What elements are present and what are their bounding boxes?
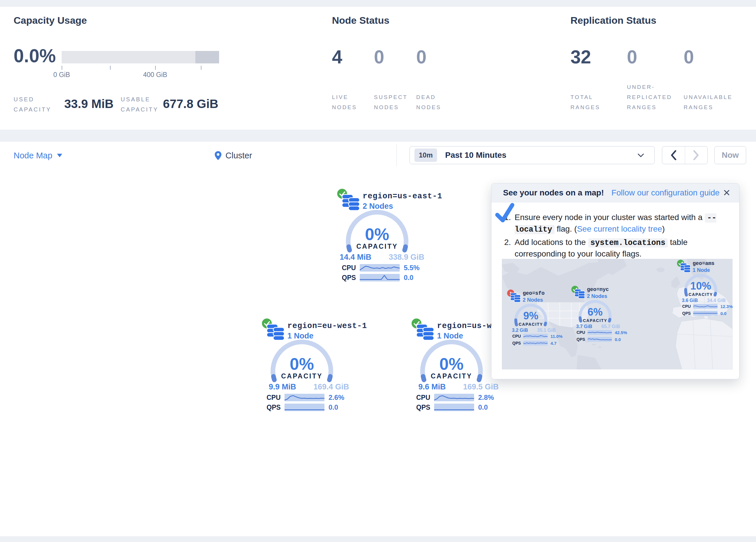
qps-value: 0.0 [720, 311, 726, 316]
replication-stat-value: 0 [684, 48, 694, 66]
node-stat-value: 0 [416, 48, 427, 66]
chevron-left-icon [671, 150, 676, 160]
region-node-us-west-1[interactable]: region=us-west-11 Node0%CAPACITY9.6 MiB1… [405, 313, 501, 414]
capacity-percent: 10% [672, 280, 730, 292]
capacity-used-value: 3.7 GiB [568, 324, 592, 329]
breadcrumb[interactable]: Cluster [215, 141, 252, 169]
chevron-down-icon [57, 154, 62, 157]
axis-tick [155, 66, 156, 70]
sparkline-chart [588, 337, 612, 342]
node-status-title: Node Status [332, 15, 389, 26]
map-toolbar: Node Map Cluster 10m Past 10 Minutes [0, 141, 756, 170]
capacity-used-value: 3.6 GiB [673, 298, 698, 303]
qps-label: QPS [267, 404, 285, 412]
capacity-gauge-label: CAPACITY [331, 242, 423, 250]
cpu-value: 12.3% [720, 304, 733, 309]
capacity-total-value: 169.5 GiB [463, 383, 504, 392]
capacity-percent: 6% [566, 306, 624, 318]
cpu-label: CPU [416, 394, 434, 402]
capacity-gauge-label: CAPACITY [256, 372, 348, 380]
popup-title: See your nodes on a map! [503, 188, 604, 197]
configuration-guide-link[interactable]: Follow our configuration guide [612, 188, 720, 197]
time-step-forward-button[interactable] [685, 146, 708, 164]
region-node-eu-west-1[interactable]: region=eu-west-11 Node0%CAPACITY9.9 MiB1… [256, 313, 351, 414]
qps-metric-row: QPS4.7 [512, 341, 573, 346]
sparkline-chart [285, 394, 324, 401]
step-number: 2. [504, 237, 515, 259]
breadcrumb-label: Cluster [225, 151, 252, 160]
now-button[interactable]: Now [714, 146, 746, 164]
view-selector-label: Node Map [14, 151, 52, 160]
axis-tick [110, 66, 111, 70]
geo-locality-label: geo=sfo [523, 291, 545, 296]
step-text-fragment: ) [662, 224, 665, 233]
locality-tree-link[interactable]: See current locality tree [577, 224, 662, 233]
sparkline-chart [434, 394, 474, 401]
region-node-us-east-1[interactable]: region=us-east-12 Nodes0%CAPACITY14.4 Mi… [331, 183, 426, 285]
geo-pod-ams: geo=ams1 Node10%CAPACITY3.6 GiB34.4 GiBC… [672, 255, 740, 319]
node-stat-value: 0 [374, 48, 384, 66]
cpu-sparkline [285, 394, 324, 401]
time-step-buttons [662, 146, 708, 164]
setup-step-1: 1.Ensure every node in your cluster was … [504, 212, 729, 235]
step-text-fragment: flag. ( [555, 224, 577, 233]
time-step-back-button[interactable] [662, 146, 685, 164]
qps-sparkline [693, 311, 718, 316]
capacity-bar [62, 51, 219, 63]
step-text: Ensure every node in your cluster was st… [515, 212, 729, 235]
cpu-value: 42.5% [615, 330, 627, 335]
cpu-sparkline [588, 330, 612, 335]
cpu-label: CPU [512, 334, 523, 339]
geo-pod-sfo: 1geo=sfo2 Nodes9%CAPACITY3.2 GiB35.1 GiB… [502, 286, 574, 349]
chevron-down-icon [638, 153, 644, 157]
replication-stat-value: 0 [627, 48, 637, 66]
popup-instructions: 1.Ensure every node in your cluster was … [504, 212, 729, 261]
sparkline-chart [588, 330, 612, 335]
axis-tick [62, 66, 62, 70]
node-map-setup-popup: See your nodes on a map! Follow our conf… [491, 183, 740, 379]
cpu-sparkline [693, 304, 718, 309]
qps-metric-row: QPS0.0 [342, 274, 423, 282]
used-capacity-label: USED CAPACITY [14, 94, 60, 115]
replication-stat-label: UNDER-REPLICATED RANGES [627, 80, 685, 112]
big-check-icon [494, 202, 515, 224]
qps-label: QPS [577, 337, 588, 342]
qps-value: 0.0 [615, 337, 621, 342]
node-stat-label: DEAD NODES [416, 80, 454, 112]
time-range-selector[interactable]: 10m Past 10 Minutes [410, 146, 655, 164]
axis-tick [201, 66, 201, 70]
now-button-label: Now [722, 150, 739, 160]
qps-value: 4.7 [551, 341, 557, 346]
close-icon[interactable]: ✕ [723, 188, 731, 197]
capacity-total-value: 169.4 GiB [313, 383, 354, 392]
cpu-metric-row: CPU2.6% [267, 394, 348, 402]
region-locality-label: region=eu-west-1 [287, 322, 367, 330]
capacity-percent: 0% [331, 224, 423, 244]
capacity-used-value: 9.9 MiB [258, 383, 296, 392]
geo-locality-label: geo=ams [693, 260, 715, 266]
view-selector-dropdown[interactable]: Node Map [14, 141, 62, 169]
cpu-metric-row: CPU11.0% [512, 334, 573, 339]
popup-header: See your nodes on a map! Follow our conf… [491, 183, 739, 202]
qps-value: 0.0 [478, 403, 488, 412]
qps-label: QPS [342, 274, 360, 282]
cockroachdb-admin-ui: Capacity Usage 0.0% 0 GiB 400 GiB USED C… [0, 0, 756, 542]
sparkline-chart [360, 274, 400, 282]
sparkline-chart [285, 404, 324, 411]
sparkline-chart [693, 304, 718, 309]
cpu-value: 2.6% [329, 394, 344, 402]
time-window-label: Past 10 Minutes [445, 150, 507, 160]
sparkline-chart [693, 311, 718, 316]
capacity-bar-other-usage [195, 51, 219, 63]
time-window-badge: 10m [414, 148, 437, 162]
cpu-metric-row: CPU2.8% [416, 394, 497, 402]
node-stat-value: 4 [332, 48, 342, 66]
cpu-value: 11.0% [551, 334, 563, 339]
geo-pod-nyc: geo=nyc2 Nodes6%CAPACITY3.7 GiB65.7 GiBC… [566, 282, 638, 346]
capacity-percent: 9% [502, 310, 560, 322]
step-text-fragment: Add locations to the [515, 238, 588, 247]
cpu-value: 2.8% [478, 394, 494, 402]
cpu-sparkline [360, 264, 400, 272]
cpu-sparkline [434, 394, 474, 401]
usable-capacity-value: 677.8 GiB [163, 97, 218, 111]
